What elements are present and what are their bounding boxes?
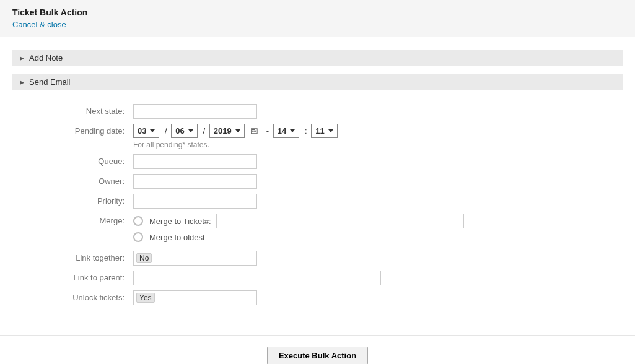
merge-ticket-number-input[interactable] — [216, 214, 464, 228]
merge-to-oldest-label: Merge to oldest — [149, 233, 205, 242]
unlock-tickets-value: Yes — [136, 293, 155, 303]
next-state-label: Next state: — [12, 104, 133, 116]
cancel-close-link[interactable]: Cancel & close — [12, 20, 623, 29]
pending-date-helper: For all pending* states. — [133, 141, 623, 149]
chevron-down-icon — [235, 129, 240, 132]
accordion-label: Send Email — [29, 77, 70, 87]
link-to-parent-label: Link to parent: — [12, 271, 133, 282]
link-together-label: Link together: — [12, 251, 133, 262]
unlock-tickets-select[interactable]: Yes — [133, 290, 257, 305]
page-header: Ticket Bulk Action Cancel & close — [0, 0, 635, 37]
merge-to-oldest-radio[interactable] — [133, 232, 143, 242]
calendar-icon[interactable]: 📅︎ — [250, 126, 258, 136]
owner-label: Owner: — [12, 174, 133, 186]
page-title: Ticket Bulk Action — [12, 7, 623, 17]
merge-to-ticket-radio[interactable] — [133, 216, 143, 226]
link-together-select[interactable]: No — [133, 251, 257, 266]
unlock-tickets-label: Unlock tickets: — [12, 290, 133, 302]
link-to-parent-input[interactable] — [133, 271, 381, 285]
link-together-value: No — [136, 253, 152, 263]
content-area: ▶ Add Note ▶ Send Email Next state: Pend… — [0, 37, 635, 323]
chevron-right-icon: ▶ — [20, 79, 24, 85]
chevron-down-icon — [328, 129, 333, 132]
add-note-accordion[interactable]: ▶ Add Note — [12, 50, 623, 66]
queue-input[interactable] — [133, 154, 257, 169]
next-state-input[interactable] — [133, 104, 257, 119]
pending-hour-select[interactable]: 14 — [273, 124, 299, 138]
priority-label: Priority: — [12, 194, 133, 206]
merge-to-ticket-label: Merge to Ticket#: — [149, 217, 211, 226]
send-email-accordion[interactable]: ▶ Send Email — [12, 74, 623, 90]
execute-bulk-action-button[interactable]: Execute Bulk Action — [267, 347, 368, 364]
queue-label: Queue: — [12, 154, 133, 166]
bulk-action-form: Next state: Pending date: 03 / 06 / 2019 — [12, 98, 623, 305]
priority-input[interactable] — [133, 194, 257, 209]
merge-label: Merge: — [12, 214, 133, 225]
pending-year-select[interactable]: 2019 — [209, 124, 245, 138]
pending-date-label: Pending date: — [12, 124, 133, 136]
chevron-down-icon — [290, 129, 295, 132]
chevron-down-icon — [188, 129, 193, 132]
chevron-right-icon: ▶ — [20, 55, 24, 61]
chevron-down-icon — [150, 129, 155, 132]
pending-minute-select[interactable]: 11 — [311, 124, 337, 138]
pending-month-select[interactable]: 03 — [133, 124, 159, 138]
pending-day-select[interactable]: 06 — [171, 124, 197, 138]
footer: Execute Bulk Action — [0, 335, 635, 364]
accordion-label: Add Note — [29, 53, 63, 63]
owner-input[interactable] — [133, 174, 257, 189]
